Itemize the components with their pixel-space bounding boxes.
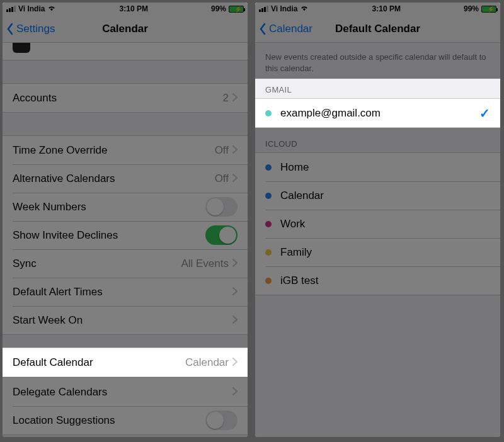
row-startwk[interactable]: Start Week On — [3, 306, 248, 334]
battery-pct: 99% — [211, 4, 226, 13]
calendar-label: Work — [280, 218, 490, 230]
row-default-calendar[interactable]: Default Calendar Calendar — [3, 348, 248, 377]
back-label: Settings — [16, 23, 55, 35]
toggle-invitee[interactable] — [205, 225, 238, 245]
row-altcal[interactable]: Alternative Calendars Off — [3, 164, 248, 193]
checkmark-icon: ✓ — [479, 106, 490, 121]
row-alert[interactable]: Default Alert Times — [3, 278, 248, 306]
chevron-right-icon — [232, 386, 238, 399]
row-locsug: Location Suggestions — [3, 406, 248, 434]
row-value: 2 — [223, 92, 229, 105]
toggle-locsug[interactable] — [205, 411, 238, 430]
row-value: Calendar — [185, 356, 229, 369]
calendar-label: Family — [280, 246, 490, 259]
row-label: Time Zone Override — [13, 144, 215, 157]
row-label: Start Week On — [13, 314, 232, 327]
status-bar: Vi India 3:10 PM 99% ⚡ — [255, 3, 500, 15]
calendar-option-gmail[interactable]: example@gmail.com ✓ — [255, 99, 500, 127]
status-time: 3:10 PM — [120, 4, 148, 13]
row-accounts[interactable]: Accounts 2 — [3, 84, 248, 112]
calendar-color-dot — [265, 164, 272, 171]
calendar-color-dot — [265, 193, 272, 199]
chevron-right-icon — [232, 356, 238, 369]
calendar-color-dot — [265, 249, 272, 256]
row-label: Delegate Calendars — [13, 386, 232, 399]
row-label: Accounts — [13, 92, 223, 105]
back-button[interactable]: Settings — [3, 23, 55, 35]
row-sync[interactable]: Sync All Events — [3, 249, 248, 278]
calendar-option[interactable]: Family — [255, 238, 500, 266]
back-button[interactable]: Calendar — [255, 23, 312, 35]
row-invitee: Show Invitee Declines — [3, 221, 248, 249]
nav-bar: Settings Calendar — [3, 15, 248, 43]
screen-default-calendar: Vi India 3:10 PM 99% ⚡ Calendar Default … — [255, 3, 500, 437]
row-label: Sync — [13, 258, 181, 270]
chevron-left-icon — [259, 23, 266, 35]
chevron-right-icon — [232, 144, 238, 157]
wifi-icon — [300, 4, 309, 13]
row-label: Default Calendar — [13, 356, 185, 369]
calendar-option[interactable]: Calendar — [255, 181, 500, 210]
row-delegate[interactable]: Delegate Calendars — [3, 378, 248, 406]
row-label: Show Invitee Declines — [13, 229, 205, 242]
row-label: Week Numbers — [13, 201, 205, 213]
chevron-right-icon — [232, 92, 238, 105]
row-label: Default Alert Times — [13, 286, 232, 298]
calendar-color-dot — [265, 110, 272, 116]
battery-icon: ⚡ — [481, 6, 496, 13]
row-value: Off — [215, 144, 229, 157]
signal-icon — [6, 6, 16, 12]
calendar-color-dot — [265, 278, 272, 284]
toggle-weeknum[interactable] — [205, 197, 238, 217]
calendar-option[interactable]: iGB test — [255, 266, 500, 295]
row-value: Off — [215, 173, 229, 185]
section-header-gmail: GMAIL — [255, 79, 500, 98]
status-bar: Vi India 3:10 PM 99% ⚡ — [3, 3, 248, 15]
chevron-right-icon — [232, 173, 238, 185]
chevron-right-icon — [232, 286, 238, 298]
battery-pct: 99% — [464, 4, 479, 13]
partial-row — [3, 43, 248, 60]
section-header-icloud: ICLOUD — [255, 128, 500, 152]
carrier-label: Vi India — [271, 4, 297, 13]
calendar-label: example@gmail.com — [280, 107, 479, 120]
battery-icon: ⚡ — [229, 6, 244, 13]
screen-calendar-settings: Vi India 3:10 PM 99% ⚡ Settings Calendar — [3, 3, 248, 437]
app-icon — [13, 42, 30, 53]
calendar-color-dot — [265, 221, 272, 227]
row-label: Location Suggestions — [13, 414, 205, 427]
row-value: All Events — [181, 258, 229, 270]
chevron-right-icon — [232, 314, 238, 327]
chevron-left-icon — [6, 23, 14, 35]
section-description: New events created outside a specific ca… — [255, 43, 500, 79]
status-time: 3:10 PM — [372, 4, 401, 13]
calendar-option[interactable]: Home — [255, 153, 500, 181]
calendar-label: iGB test — [280, 275, 490, 287]
signal-icon — [259, 6, 268, 12]
nav-bar: Calendar Default Calendar — [255, 15, 500, 43]
back-label: Calendar — [269, 23, 312, 35]
row-label: Alternative Calendars — [13, 173, 215, 185]
row-weeknum: Week Numbers — [3, 193, 248, 221]
calendar-option[interactable]: Work — [255, 210, 500, 238]
calendar-label: Home — [280, 161, 490, 174]
row-timezone[interactable]: Time Zone Override Off — [3, 136, 248, 164]
chevron-right-icon — [232, 258, 238, 270]
wifi-icon — [47, 4, 56, 13]
carrier-label: Vi India — [18, 4, 45, 13]
calendar-label: Calendar — [280, 190, 490, 202]
